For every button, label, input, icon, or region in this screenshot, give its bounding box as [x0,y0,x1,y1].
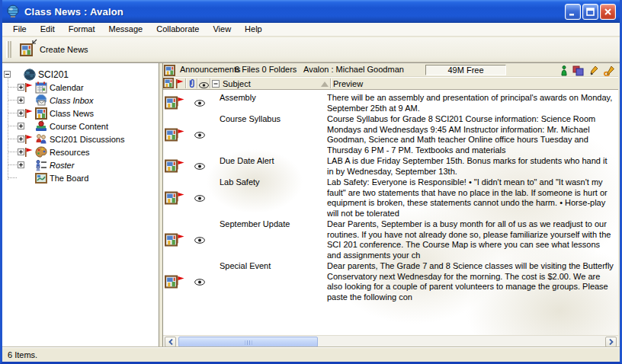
subject-column-header[interactable]: Subject [223,79,251,88]
menu-file[interactable]: File [6,24,34,35]
viewed-eye-icon [186,129,213,140]
scroll-left-button[interactable] [165,337,176,347]
tree-item-resources[interactable]: Resources [2,145,159,158]
news-message-icon [165,159,178,173]
message-row[interactable]: Special Event Dear parents, The Grade 7 … [163,260,618,302]
tree-item-calendar[interactable]: Calendar [2,81,159,94]
edit-pencil-icon[interactable] [589,65,598,76]
unread-flag-icon [177,129,184,139]
collapse-all-icon[interactable] [212,80,220,89]
copy-pages-icon[interactable] [572,65,584,76]
message-row[interactable]: Assembly There will be an assembly and p… [163,92,618,113]
menu-edit[interactable]: Edit [34,24,62,35]
palette-icon [35,146,47,158]
expand-icon[interactable] [18,97,24,104]
tree-item-course-content[interactable]: Course Content [2,120,159,133]
message-subject: Due Date Alert [213,155,327,167]
news-icon [35,107,47,120]
viewed-column-icon[interactable] [199,81,209,90]
tree-item-class-inbox[interactable]: Class Inbox [2,94,159,107]
announcements-icon [164,65,175,78]
flag-column-icon[interactable] [176,79,184,90]
toolbar-gripper[interactable] [6,41,11,58]
unread-flag-icon [177,234,184,244]
tree-item-discussions[interactable]: SCI201 Discussions [2,133,159,145]
menu-collaborate[interactable]: Collaborate [149,24,206,35]
minimize-button[interactable] [565,4,581,20]
expand-icon[interactable] [18,84,24,91]
panel-header: Announcements 6 Files 0 Folders Avalon :… [163,63,618,77]
scrollbar-thumb[interactable] [178,337,318,347]
message-list: Assembly There will be an assembly and p… [163,90,618,335]
main-area: SCI201 Calendar [2,62,620,346]
expand-icon[interactable] [18,161,24,168]
tree-item-roster[interactable]: Roster [2,158,159,171]
menu-help[interactable]: Help [238,24,269,35]
viewed-eye-icon [186,193,213,203]
unread-flag-icon [177,160,184,170]
message-subject: Course Syllabus [213,113,327,125]
tree-item-the-board[interactable]: The Board [2,171,159,184]
unread-flag-icon [177,192,184,202]
status-bar: 6 Items. [2,346,620,362]
message-preview: Dear parents, The Grade 7 and 8 Science … [327,260,614,302]
message-preview: There will be an assembly and presentati… [327,92,614,113]
globe-app-icon [6,5,20,18]
tree-label-class-inbox: Class Inbox [50,95,93,105]
horizontal-scrollbar[interactable] [163,335,618,347]
menu-bar: File Edit Format Message Collaborate Vie… [2,23,620,37]
news-message-icon [165,96,178,110]
unread-flag-icon [25,135,33,144]
menu-message[interactable]: Message [102,24,150,35]
online-user-icon[interactable] [561,65,567,76]
tree-item-sci201[interactable]: SCI201 [2,68,159,81]
menu-view[interactable]: View [206,24,238,35]
viewed-eye-icon [186,161,213,171]
message-row[interactable]: Lab Safety Lab Safety: Everyone is Respo… [163,177,618,219]
scroll-right-button[interactable] [605,337,617,347]
calendar-icon [35,81,47,94]
toolbar: Create News [2,37,620,62]
signature-pencil-icon[interactable] [604,65,615,76]
menu-format[interactable]: Format [62,24,102,35]
preview-column-header[interactable]: Preview [333,79,363,88]
tree-item-class-news[interactable]: Class News [2,107,159,120]
message-row[interactable]: Course Syllabus Course Syllabus for Grad… [163,113,618,155]
app-window: Class News : Avalon File Edit Format Mes… [0,0,622,364]
expand-icon[interactable] [18,123,24,129]
expand-icon[interactable] [18,148,24,155]
attachment-column-icon[interactable] [188,78,196,90]
news-message-icon [165,275,178,289]
file-folder-counts: 6 Files 0 Folders [235,65,297,74]
expand-icon[interactable] [18,110,24,117]
people-icon [35,133,47,145]
create-news-button[interactable]: Create News [16,39,95,60]
conference-globe-icon [24,69,36,81]
message-type-column-icon[interactable] [163,78,174,90]
create-news-label: Create News [40,45,88,54]
sort-arrow-icon[interactable] [321,81,329,87]
message-preview: Course Syllabus for Grade 8 SCI201 Cours… [327,113,614,155]
tree-label-calendar: Calendar [50,82,84,92]
collapse-expander-icon[interactable] [4,71,11,78]
message-subject: Assembly [213,92,327,104]
expand-icon[interactable] [18,136,24,142]
news-message-icon [165,233,178,247]
roster-icon [35,159,47,171]
news-message-icon [165,191,178,205]
tree-label-class-news: Class News [50,108,94,118]
close-button[interactable] [600,4,616,20]
message-preview: Lab Safety: Everyone is Responsible! • "… [327,177,614,219]
unread-flag-icon [25,83,33,92]
title-bar[interactable]: Class News : Avalon [0,0,622,23]
storage-gauge: 49M Free [425,65,506,75]
message-row[interactable]: Due Date Alert LAB A is due Friday Septe… [163,155,618,177]
tree-label-the-board: The Board [50,173,88,183]
message-row[interactable]: September Update Dear Parents, September… [163,219,618,260]
message-preview: Dear Parents, September is a busy month … [327,219,614,260]
tree-label-sci201: SCI201 [38,69,69,80]
folder-name: Announcements [180,65,241,74]
maximize-button[interactable] [582,4,598,20]
message-subject: Special Event [213,260,327,272]
folder-tree: SCI201 Calendar [2,63,159,346]
